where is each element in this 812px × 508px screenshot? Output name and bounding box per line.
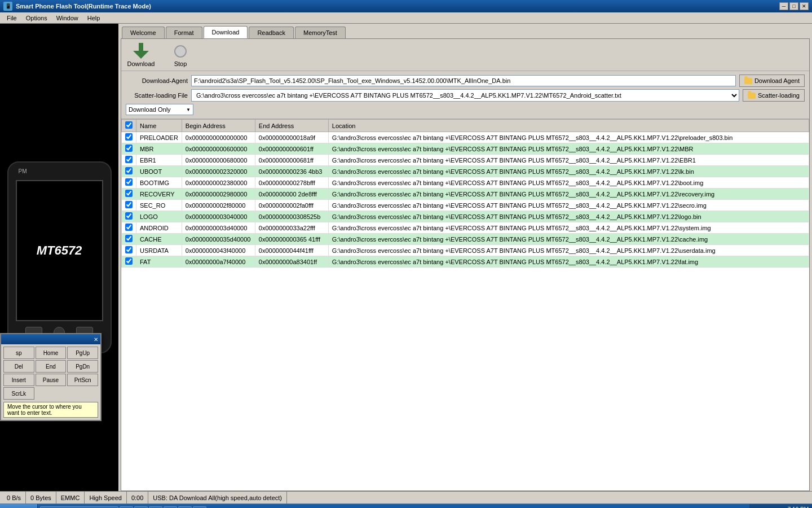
- row-checkbox[interactable]: [125, 178, 133, 186]
- row-location: G:\andro3\cross evercoss\ec a7t bintang …: [328, 211, 809, 222]
- taskbar-ie[interactable]: 🌐: [120, 506, 133, 509]
- menu-bar: File Options Window Help: [0, 12, 812, 24]
- scatter-label: Scatter-loading File: [126, 92, 188, 99]
- close-button[interactable]: ✕: [800, 2, 809, 10]
- row-checkbox[interactable]: [125, 246, 133, 253]
- row-checkbox-cell[interactable]: [122, 132, 136, 143]
- row-name: SEC_RO: [136, 200, 182, 211]
- row-end: 0x0000000002fa0fff: [255, 200, 328, 211]
- row-checkbox[interactable]: [125, 224, 133, 231]
- popup-close-button[interactable]: ✕: [94, 336, 98, 343]
- scatter-select[interactable]: G:\andro3\cross evercoss\ec a7t bintang …: [191, 89, 739, 102]
- key-prtscn[interactable]: PrtScn: [67, 374, 98, 386]
- row-end: 0x00000000a83401ff: [255, 256, 328, 268]
- tab-format[interactable]: Format: [166, 27, 202, 38]
- start-button[interactable]: 🪟 Start: [0, 504, 38, 508]
- table-row: LOGO 0x0000000003040000 0x00000000030852…: [122, 211, 809, 222]
- row-begin: 0x0000000000680000: [182, 155, 255, 166]
- row-end: 0x000000000308525b: [255, 211, 328, 222]
- menu-options[interactable]: Options: [21, 14, 52, 23]
- row-name: MBR: [136, 143, 182, 155]
- folder-icon: [744, 78, 752, 84]
- row-checkbox-cell[interactable]: [122, 155, 136, 166]
- select-all-checkbox[interactable]: [125, 121, 133, 129]
- download-agent-button[interactable]: Download Agent: [739, 75, 805, 87]
- key-end[interactable]: End: [36, 360, 67, 373]
- row-checkbox-cell[interactable]: [122, 200, 136, 211]
- download-icon: [132, 42, 150, 60]
- row-begin: 0x0000000002f80000: [182, 200, 255, 211]
- phone-screen: MT6572: [16, 180, 103, 321]
- row-checkbox[interactable]: [125, 167, 133, 174]
- row-name: USRDATA: [136, 245, 182, 256]
- row-checkbox-cell[interactable]: [122, 177, 136, 189]
- row-checkbox[interactable]: [125, 156, 133, 163]
- key-pgup[interactable]: PgUp: [67, 347, 98, 359]
- chevron-down-icon: ▼: [186, 107, 191, 112]
- row-location: G:\andro3\cross evercoss\ec a7t bintang …: [328, 200, 809, 211]
- row-name: BOOTIMG: [136, 177, 182, 189]
- menu-file[interactable]: File: [2, 14, 21, 23]
- taskbar-app3[interactable]: ▶: [164, 506, 177, 509]
- row-name: PRELOADER: [136, 132, 182, 143]
- tab-download[interactable]: Download: [204, 26, 248, 38]
- key-insert[interactable]: Insert: [3, 374, 34, 386]
- table-row: RECOVERY 0x0000000002980000 0x000000000 …: [122, 189, 809, 200]
- row-checkbox-cell[interactable]: [122, 189, 136, 200]
- taskbar-folder[interactable]: 📁: [134, 506, 148, 509]
- key-pause[interactable]: Pause: [36, 374, 67, 386]
- agent-label: Download-Agent: [126, 77, 188, 84]
- key-home[interactable]: Home: [36, 347, 67, 359]
- key-esp[interactable]: sp: [3, 347, 34, 359]
- taskbar-app5[interactable]: 📊: [193, 506, 206, 509]
- window-title: Smart Phone Flash Tool(Runtime Trace Mod…: [16, 3, 151, 10]
- download-label: Download: [127, 60, 155, 67]
- taskbar-app2[interactable]: 🤖: [149, 506, 162, 509]
- folder-icon-2: [748, 93, 756, 99]
- row-checkbox-cell[interactable]: [122, 245, 136, 256]
- row-end: 0x000000000278bfff: [255, 177, 328, 189]
- row-checkbox[interactable]: [125, 144, 133, 152]
- row-checkbox-cell[interactable]: [122, 256, 136, 268]
- row-checkbox[interactable]: [125, 133, 133, 141]
- status-speed: 0 B/s: [2, 492, 26, 503]
- taskbar-app4[interactable]: 🖥: [178, 506, 192, 509]
- key-scrlk[interactable]: ScrLk: [3, 387, 34, 400]
- row-checkbox-cell[interactable]: [122, 143, 136, 155]
- row-end: 0x000000000365 41fff: [255, 234, 328, 245]
- key-del[interactable]: Del: [3, 360, 34, 373]
- tab-welcome[interactable]: Welcome: [122, 27, 165, 38]
- key-pgdn[interactable]: PgDn: [67, 360, 98, 373]
- row-checkbox[interactable]: [125, 201, 133, 208]
- row-location: G:\andro3\cross evercoss\ec a7t bintang …: [328, 155, 809, 166]
- scatter-loading-button[interactable]: Scatter-loading: [743, 89, 805, 102]
- row-checkbox[interactable]: [125, 257, 133, 265]
- row-checkbox[interactable]: [125, 235, 133, 242]
- download-button[interactable]: Download: [127, 42, 155, 67]
- menu-help[interactable]: Help: [83, 14, 105, 23]
- row-checkbox-cell[interactable]: [122, 166, 136, 177]
- row-checkbox-cell[interactable]: [122, 234, 136, 245]
- minimize-button[interactable]: ─: [779, 2, 788, 10]
- download-mode-dropdown[interactable]: Download Only ▼: [126, 104, 193, 115]
- menu-window[interactable]: Window: [52, 14, 83, 23]
- stop-button[interactable]: Stop: [166, 42, 195, 67]
- maximize-button[interactable]: □: [789, 2, 798, 10]
- toolbar: Download Stop: [121, 39, 809, 71]
- file-table-container: Name Begin Address End Address Location …: [121, 119, 809, 491]
- row-begin: 0x0000000002980000: [182, 189, 255, 200]
- row-begin: 0x00000000035d40000: [182, 234, 255, 245]
- tab-memorytest[interactable]: MemoryTest: [295, 27, 346, 38]
- row-begin: 0x0000000000600000: [182, 143, 255, 155]
- table-row: MBR 0x0000000000600000 0x0000000000601ff…: [122, 143, 809, 155]
- row-checkbox[interactable]: [125, 190, 133, 197]
- taskbar-app-flash[interactable]: 📱 Smart Phone Flash Tool: [40, 506, 118, 509]
- row-checkbox-cell[interactable]: [122, 222, 136, 234]
- row-checkbox[interactable]: [125, 212, 133, 220]
- tray-area: 🔌 🔊 EN 7:10 PM 4/9/2016: [749, 504, 812, 508]
- agent-input[interactable]: [191, 75, 736, 86]
- row-name: RECOVERY: [136, 189, 182, 200]
- row-checkbox-cell[interactable]: [122, 211, 136, 222]
- tab-readback[interactable]: Readback: [249, 27, 294, 38]
- status-time: 0:00: [127, 492, 148, 503]
